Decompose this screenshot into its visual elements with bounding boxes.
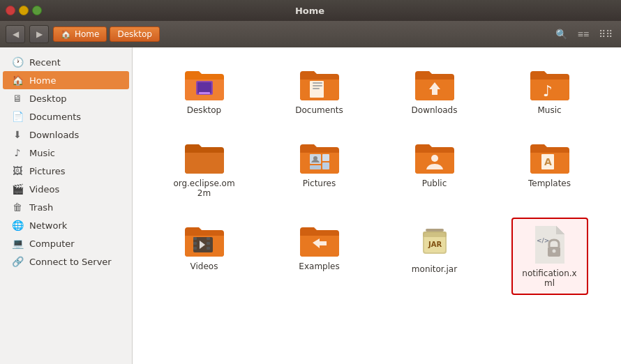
xml-file-icon: </> xyxy=(532,225,567,265)
desktop-icon: 🖥 xyxy=(11,93,24,104)
templates-folder-icon: A xyxy=(529,140,571,175)
eclipse-folder-icon xyxy=(184,140,225,175)
jar-file-icon: JAR xyxy=(416,223,454,261)
sidebar-label-home: Home xyxy=(29,75,56,86)
file-grid: Desktop Documents xyxy=(147,61,607,295)
svg-rect-19 xyxy=(193,242,197,245)
pictures-folder-icon xyxy=(299,140,341,175)
toolbar: ◀ ▶ 🏠 Home Desktop 🔍 ≡≡ ⠿⠿ xyxy=(0,21,621,47)
svg-rect-21 xyxy=(207,237,210,240)
svg-rect-20 xyxy=(193,247,197,250)
documents-icon: 📄 xyxy=(11,111,24,122)
main-layout: 🕐 Recent 🏠 Home 🖥 Desktop 📄 Documents ⬇ … xyxy=(0,47,621,364)
svg-rect-30 xyxy=(423,232,447,237)
pictures-icon: 🖼 xyxy=(11,165,24,176)
downloads-folder-icon xyxy=(414,67,456,102)
list-view-icon: ≡≡ xyxy=(578,29,589,40)
notification-xml-label: notification.xml xyxy=(518,268,581,288)
svg-rect-10 xyxy=(322,154,329,161)
desktop-folder-label: Desktop xyxy=(187,105,222,115)
trash-icon: 🗑 xyxy=(11,202,24,213)
svg-point-14 xyxy=(431,155,438,162)
sidebar-label-connect: Connect to Server xyxy=(29,257,112,267)
window-title: Home xyxy=(4,6,615,16)
file-item-monitor-jar[interactable]: JAR monitor.jar xyxy=(396,218,473,295)
svg-point-32 xyxy=(552,250,555,253)
file-item-templates[interactable]: A Templates xyxy=(511,135,588,204)
sidebar-label-network: Network xyxy=(29,220,67,231)
sidebar-item-documents[interactable]: 📄 Documents xyxy=(3,107,129,126)
sidebar-item-recent[interactable]: 🕐 Recent xyxy=(3,53,129,71)
svg-text:♪: ♪ xyxy=(543,82,553,100)
file-item-notification-xml[interactable]: </> notification.xml xyxy=(511,218,588,295)
home-icon-small: 🏠 xyxy=(61,29,71,39)
svg-text:</>: </> xyxy=(537,237,549,244)
breadcrumb: 🏠 Home Desktop xyxy=(53,26,298,42)
file-item-documents[interactable]: Documents xyxy=(281,61,358,121)
svg-rect-12 xyxy=(310,165,321,169)
breadcrumb-desktop[interactable]: Desktop xyxy=(110,26,160,42)
breadcrumb-home-label: Home xyxy=(75,29,99,39)
grid-view-button[interactable]: ⠿⠿ xyxy=(596,25,615,43)
file-item-downloads[interactable]: Downloads xyxy=(396,61,473,121)
file-item-music[interactable]: ♪ Music xyxy=(511,61,588,121)
videos-folder-icon xyxy=(184,223,225,258)
file-item-videos[interactable]: Videos xyxy=(166,218,243,295)
back-button[interactable]: ◀ xyxy=(6,25,25,43)
home-icon: 🏠 xyxy=(11,75,24,86)
videos-folder-label: Videos xyxy=(190,261,218,271)
content-area: Desktop Documents xyxy=(133,47,621,364)
svg-rect-2 xyxy=(199,92,210,94)
sidebar-label-pictures: Pictures xyxy=(29,166,65,176)
sidebar-item-downloads[interactable]: ⬇ Downloads xyxy=(3,126,129,144)
svg-rect-23 xyxy=(207,247,210,250)
music-icon: ♪ xyxy=(11,147,24,158)
sidebar-item-network[interactable]: 🌐 Network xyxy=(3,216,129,234)
svg-rect-5 xyxy=(313,85,322,86)
monitor-jar-label: monitor.jar xyxy=(412,264,457,274)
file-item-pictures[interactable]: Pictures xyxy=(281,135,358,204)
file-item-eclipse[interactable]: org.eclipse.om2m xyxy=(166,135,243,204)
sidebar-item-connect[interactable]: 🔗 Connect to Server xyxy=(3,252,129,271)
examples-folder-label: Examples xyxy=(299,261,339,271)
connect-icon: 🔗 xyxy=(11,256,24,267)
sidebar-item-pictures[interactable]: 🖼 Pictures xyxy=(3,162,129,180)
examples-folder-icon xyxy=(299,223,341,258)
forward-button[interactable]: ▶ xyxy=(29,25,49,43)
public-folder-label: Public xyxy=(422,179,447,188)
computer-icon: 💻 xyxy=(11,238,24,249)
downloads-icon: ⬇ xyxy=(11,129,24,140)
sidebar: 🕐 Recent 🏠 Home 🖥 Desktop 📄 Documents ⬇ … xyxy=(0,47,133,364)
desktop-folder-icon xyxy=(184,67,225,102)
sidebar-item-music[interactable]: ♪ Music xyxy=(3,144,129,162)
pictures-folder-label: Pictures xyxy=(303,179,336,188)
sidebar-label-downloads: Downloads xyxy=(29,130,79,140)
music-folder-label: Music xyxy=(537,105,561,115)
sidebar-label-videos: Videos xyxy=(29,184,59,195)
file-item-public[interactable]: Public xyxy=(396,135,473,204)
sidebar-item-videos[interactable]: 🎬 Videos xyxy=(3,180,129,198)
toolbar-right: 🔍 ≡≡ ⠿⠿ xyxy=(551,25,615,43)
sidebar-label-computer: Computer xyxy=(29,238,75,249)
list-view-button[interactable]: ≡≡ xyxy=(574,25,593,43)
svg-rect-1 xyxy=(197,82,211,93)
svg-rect-22 xyxy=(207,242,210,245)
sidebar-label-trash: Trash xyxy=(29,202,53,213)
sidebar-label-music: Music xyxy=(29,148,55,158)
file-item-desktop[interactable]: Desktop xyxy=(166,61,243,121)
svg-text:JAR: JAR xyxy=(428,241,442,248)
svg-rect-11 xyxy=(322,162,329,169)
search-button[interactable]: 🔍 xyxy=(551,25,571,43)
network-icon: 🌐 xyxy=(11,220,24,231)
sidebar-item-trash[interactable]: 🗑 Trash xyxy=(3,198,129,216)
sidebar-item-home[interactable]: 🏠 Home xyxy=(3,71,129,89)
sidebar-item-desktop[interactable]: 🖥 Desktop xyxy=(3,89,129,107)
public-folder-icon xyxy=(414,140,456,175)
svg-rect-6 xyxy=(313,88,320,89)
svg-text:A: A xyxy=(544,156,552,167)
breadcrumb-home[interactable]: 🏠 Home xyxy=(53,26,107,42)
file-item-examples[interactable]: Examples xyxy=(281,218,358,295)
grid-view-icon: ⠿⠿ xyxy=(599,29,613,40)
svg-rect-4 xyxy=(313,82,322,84)
sidebar-item-computer[interactable]: 💻 Computer xyxy=(3,234,129,252)
